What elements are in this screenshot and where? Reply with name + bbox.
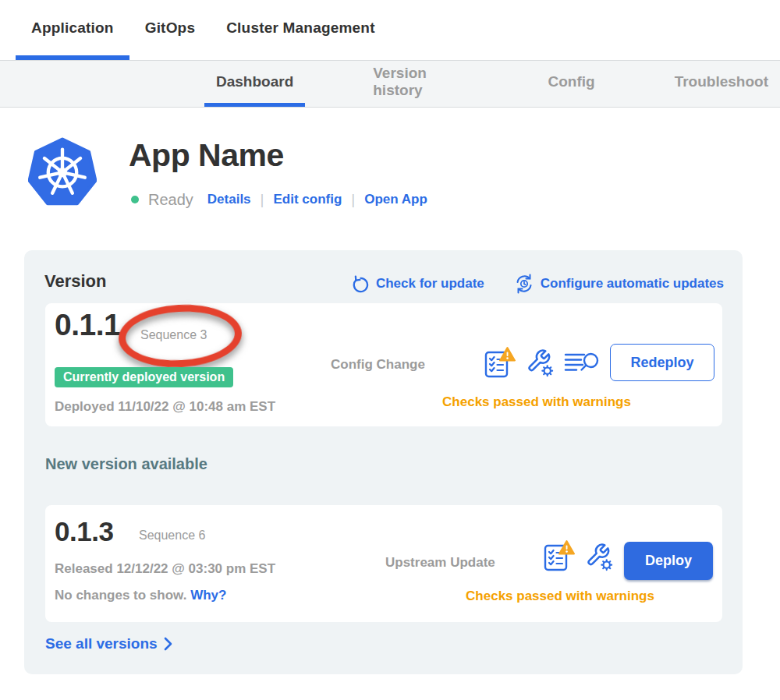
deployed-timestamp: Deployed 11/10/22 @ 10:48 am EST: [55, 399, 275, 415]
preflight-checks-status[interactable]: Checks passed with warnings: [342, 394, 732, 410]
current-version-card: 0.1.1 Sequence 3 Currently deployed vers…: [45, 303, 722, 426]
view-files-icon[interactable]: [564, 351, 600, 375]
app-status-row: Ready Details | Edit config | Open App: [131, 188, 427, 211]
tab-cluster-management[interactable]: Cluster Management: [211, 0, 390, 60]
edit-config-link[interactable]: Edit config: [274, 192, 342, 207]
chevron-right-icon: [164, 637, 172, 651]
configure-automatic-updates-label: Configure automatic updates: [541, 276, 724, 292]
no-changes-text: No changes to show.: [55, 588, 186, 603]
new-version-number: 0.1.3: [55, 516, 113, 547]
new-version-icon-row: [543, 539, 613, 573]
open-app-link[interactable]: Open App: [364, 192, 427, 207]
preflight-checklist-icon[interactable]: [543, 539, 575, 573]
current-version-number: 0.1.1: [55, 308, 120, 342]
new-version-sequence: Sequence 6: [139, 529, 205, 543]
version-source-label: Upstream Update: [385, 555, 495, 571]
version-actions: Check for update Configure automatic upd…: [352, 274, 724, 294]
tab-application[interactable]: Application: [16, 0, 129, 60]
check-for-update-link[interactable]: Check for update: [352, 275, 484, 293]
configure-automatic-updates-link[interactable]: Configure automatic updates: [514, 274, 724, 294]
currently-deployed-badge: Currently deployed version: [55, 367, 233, 387]
current-version-icon-row: Redeploy: [484, 344, 714, 381]
tab-gitops[interactable]: GitOps: [129, 0, 211, 60]
config-wrench-icon[interactable]: [585, 542, 613, 571]
tab-troubleshoot[interactable]: Troubleshoot: [663, 61, 780, 107]
divider: |: [261, 191, 264, 208]
preflight-checklist-icon[interactable]: [484, 346, 516, 380]
auto-update-icon: [514, 274, 534, 294]
details-link[interactable]: Details: [207, 192, 251, 207]
version-panel: Version Check for update: [24, 250, 743, 674]
current-version-sequence: Sequence 3: [140, 328, 207, 342]
tab-version-history[interactable]: Version history: [361, 61, 480, 107]
check-update-icon: [352, 275, 370, 293]
preflight-checks-status[interactable]: Checks passed with warnings: [373, 589, 747, 604]
status-dot: [131, 196, 139, 203]
deploy-button[interactable]: Deploy: [624, 542, 713, 580]
see-all-versions-link[interactable]: See all versions: [45, 635, 172, 652]
app-subnav: Dashboard Version history Config Trouble…: [0, 60, 780, 108]
changes-line: No changes to show. Why?: [55, 588, 226, 603]
see-all-versions-label: See all versions: [45, 635, 158, 652]
tab-config[interactable]: Config: [537, 61, 607, 107]
why-link[interactable]: Why?: [190, 588, 226, 603]
released-timestamp: Released 12/12/22 @ 03:30 pm EST: [55, 561, 275, 577]
tab-dashboard[interactable]: Dashboard: [204, 61, 305, 107]
kubernetes-logo: [28, 137, 97, 209]
app-status: Ready: [148, 191, 193, 209]
config-wrench-icon[interactable]: [526, 348, 554, 377]
redeploy-button[interactable]: Redeploy: [610, 344, 714, 381]
new-version-card: 0.1.3 Sequence 6 Released 12/12/22 @ 03:…: [45, 505, 722, 622]
new-version-heading: New version available: [45, 455, 207, 473]
app-title: App Name: [129, 137, 284, 174]
version-heading: Version: [44, 271, 106, 292]
divider: |: [351, 191, 355, 208]
check-for-update-label: Check for update: [376, 276, 484, 292]
primary-nav: Application GitOps Cluster Management: [0, 0, 780, 60]
version-source-label: Config Change: [331, 357, 425, 373]
